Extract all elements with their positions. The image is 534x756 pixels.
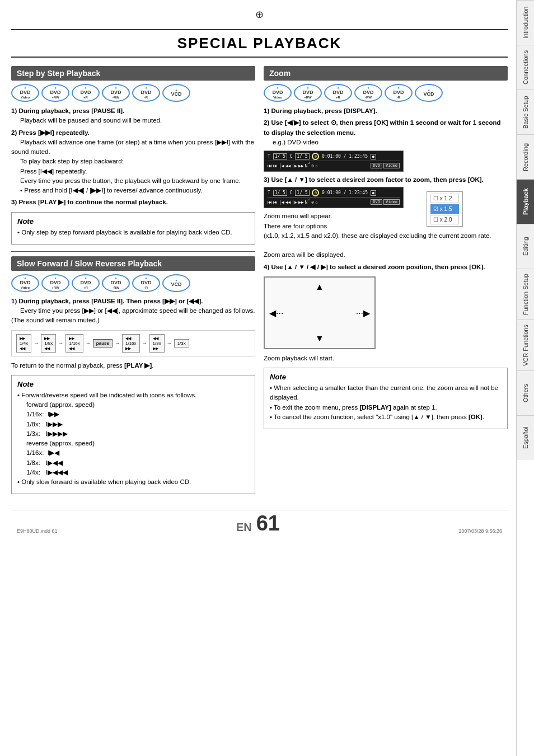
disc-sf-dvd-r-minus: ●DVD-R	[132, 274, 160, 292]
speed-diagram: ▶▶ 1/4x ◀◀ → ▶▶ 1/8x ◀◀ → ▶▶	[11, 330, 255, 356]
arrow-up-icon: ▲	[315, 282, 324, 292]
disc-dvd-rw-minus: ●DVD-RW	[102, 84, 130, 102]
slow-forward-header: Slow Forward / Slow Reverse Playback	[11, 256, 255, 271]
arrow-left-icon: ◀···	[269, 307, 283, 318]
zoom-note-title: Note	[270, 373, 502, 381]
zoom-note: Note • When selecting a smaller factor t…	[264, 368, 508, 429]
disc-sf-dvd-video: ●DVDVideo	[11, 274, 39, 292]
footer-date: 2007/03/28 9:56:26	[458, 528, 502, 534]
disc-zoom-vcd: ●VCD	[415, 84, 443, 102]
slow-return-text: To return to the normal playback, press …	[11, 361, 255, 370]
disc-sf-dvd-rw-minus: ●DVD-RW	[102, 274, 130, 292]
sidebar-tab-espanol[interactable]: Español	[517, 415, 534, 460]
sidebar-tab-function-setup[interactable]: Function Setup	[517, 269, 534, 320]
slow-forward-note-title: Note	[17, 380, 249, 388]
sidebar: Introduction Connections Basic Setup Rec…	[516, 0, 534, 756]
page-title: SPECIAL PLAYBACK	[11, 29, 508, 58]
disc-zoom-dvd-rw-plus: ●DVD+RW	[294, 84, 322, 102]
slow-forward-note: Note • Forward/reverse speed will be ind…	[11, 375, 255, 495]
step-by-step-step2: 2) Press [▶▶I] repeatedly. Playback will…	[11, 128, 255, 196]
zoom-step4: 4) Use [▲ / ▼ / ◀ / ▶] to select a desir…	[264, 262, 508, 272]
slow-forward-discs: ●DVDVideo ●DVD+RW ●DVD+R ●DVD-RW ●DVD-R …	[11, 274, 255, 292]
zoom-factor-popup: ☐ x 1.2 ☑ x 1.5 ☐ x 2.0	[427, 191, 463, 227]
step-by-step-note-text: • Only step by step forward playback is …	[17, 228, 249, 237]
disc-dvd-r-minus: ●DVD-R	[132, 84, 160, 102]
footer: E9H80UD.indd 61 EN 61 2007/03/28 9:56:26	[11, 510, 508, 534]
step-by-step-note: Note • Only step by step forward playbac…	[11, 212, 255, 245]
en-label: EN	[236, 521, 252, 534]
zoom-header: Zoom	[264, 66, 508, 81]
sidebar-tab-others[interactable]: Others	[517, 370, 534, 415]
arrow-right-icon: ···▶	[356, 307, 370, 318]
slow-forward-note-text: • Forward/reverse speed will be indicate…	[17, 391, 249, 487]
disc-dvd-rw-plus: ●DVD+RW	[41, 84, 69, 102]
step-by-step-step3: 3) Press [PLAY ▶] to continue the normal…	[11, 198, 255, 207]
disc-sf-dvd-rw-plus: ●DVD+RW	[41, 274, 69, 292]
zoom-step1: 1) During playback, press [DISPLAY].	[264, 106, 508, 116]
sidebar-tab-basic-setup[interactable]: Basic Setup	[517, 90, 534, 134]
zoom-note-text: • When selecting a smaller factor than t…	[270, 383, 502, 422]
page-number-area: EN 61	[236, 513, 280, 534]
zoom-discs: ●DVDVideo ●DVD+RW ●DVD+R ●DVD-RW ●DVD-R …	[264, 84, 508, 102]
sidebar-tab-vcr-functions[interactable]: VCR Functions	[517, 320, 534, 370]
sidebar-tab-editing[interactable]: Editing	[517, 224, 534, 269]
zoom-arrow-diagram: ▲ ▼ ◀··· ···▶	[264, 276, 376, 349]
disc-zoom-dvd-r-plus: ●DVD+R	[324, 84, 352, 102]
disc-zoom-dvd-rw-minus: ●DVD-RW	[354, 84, 382, 102]
disc-vcd: ●VCD	[162, 84, 190, 102]
step-by-step-note-title: Note	[17, 217, 249, 226]
zoom-step3: 3) Use [▲ / ▼] to select a desired zoom …	[264, 175, 508, 185]
left-column: Step by Step Playback ●DVDVideo ●DVD+RW …	[11, 66, 255, 499]
step-by-step-step1: 1) During playback, press [PAUSE II]. Pl…	[11, 106, 255, 126]
disc-sf-vcd: ●VCD	[162, 274, 190, 292]
disc-sf-dvd-r-plus: ●DVD+R	[72, 274, 100, 292]
page-number: 61	[256, 513, 280, 534]
sidebar-tab-playback[interactable]: Playback	[517, 179, 534, 224]
zoom-display-with-popup: T 1/ 5 C 1/ 5 ⊙ 0:01:00 / 1:23:45 ● ⏮⏭|◀…	[264, 187, 508, 208]
footer-file: E9H80UD.indd 61	[17, 528, 58, 534]
top-crosshair: ⊕	[11, 8, 508, 21]
disc-dvd-r-plus: ●DVD+R	[72, 84, 100, 102]
zoom-notes: Zoom menu will appear. There are four op…	[264, 212, 508, 260]
step-by-step-header: Step by Step Playback	[11, 66, 255, 81]
zoom-display-box1: T 1/ 5 C 1/ 5 ⊙ 0:01:00 / 1:23:45 ● ⏮⏭|◀…	[264, 151, 404, 172]
disc-zoom-dvd-video: ●DVDVideo	[264, 84, 292, 102]
zoom-step2: 2) Use [◀/▶] to select ⊙, then press [OK…	[264, 118, 508, 147]
step-by-step-discs: ●DVDVideo ●DVD+RW ●DVD+R ●DVD-RW ●DVD-R …	[11, 84, 255, 102]
arrow-down-icon: ▼	[315, 334, 324, 344]
zoom-end-text: Zoom playback will start.	[264, 354, 508, 363]
sidebar-tab-recording[interactable]: Recording	[517, 134, 534, 179]
slow-forward-step1: 1) During playback, press [PAUSE II]. Th…	[11, 297, 255, 326]
disc-zoom-dvd-r-minus: ●DVD-R	[385, 84, 413, 102]
sidebar-tab-connections[interactable]: Connections	[517, 45, 534, 90]
disc-dvd-video: ●DVDVideo	[11, 84, 39, 102]
sidebar-tab-introduction[interactable]: Introduction	[517, 0, 534, 45]
right-column: Zoom ●DVDVideo ●DVD+RW ●DVD+R ●DVD-RW ●D…	[264, 66, 508, 499]
